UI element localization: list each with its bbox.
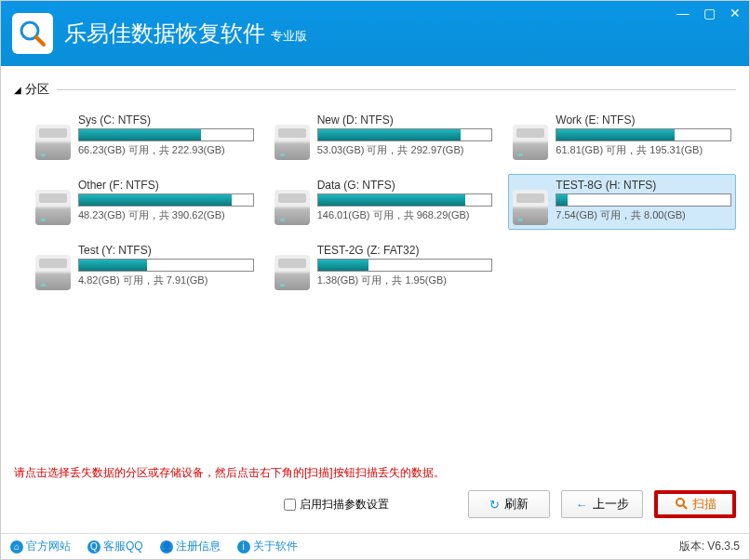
drive-item[interactable]: Other (F: NTFS)48.23(GB) 可用，共 390.62(GB) xyxy=(31,174,259,230)
usage-fill xyxy=(79,129,201,140)
partition-header[interactable]: ◢ 分区 xyxy=(14,77,736,101)
svg-line-1 xyxy=(36,37,44,45)
usage-fill xyxy=(79,194,232,206)
info-icon: i xyxy=(237,540,250,553)
svg-line-3 xyxy=(683,505,687,509)
refresh-button[interactable]: ↻ 刷新 xyxy=(468,490,550,518)
drive-info: Work (E: NTFS)61.81(GB) 可用，共 195.31(GB) xyxy=(556,113,731,160)
arrow-left-icon: ← xyxy=(576,498,588,512)
drive-item[interactable]: TEST-2G (Z: FAT32)1.38(GB) 可用，共 1.95(GB) xyxy=(270,239,498,295)
drive-name: Test (Y: NTFS) xyxy=(78,244,254,257)
drive-icon xyxy=(275,255,310,290)
partition-label: 分区 xyxy=(25,81,49,98)
usage-bar xyxy=(317,128,493,141)
drive-icon xyxy=(275,125,310,160)
qq-label: 客服QQ xyxy=(103,539,143,554)
svg-point-2 xyxy=(676,499,684,506)
drive-info: TEST-2G (Z: FAT32)1.38(GB) 可用，共 1.95(GB) xyxy=(317,244,493,290)
drive-item[interactable]: TEST-8G (H: NTFS)7.54(GB) 可用，共 8.00(GB) xyxy=(508,174,736,230)
close-icon[interactable]: ✕ xyxy=(729,7,742,20)
drive-item[interactable]: Sys (C: NTFS)66.23(GB) 可用，共 222.93(GB) xyxy=(31,109,259,165)
scan-params-checkbox[interactable]: 启用扫描参数设置 xyxy=(284,497,389,513)
main-panel: ◢ 分区 Sys (C: NTFS)66.23(GB) 可用，共 222.93(… xyxy=(1,66,749,533)
drive-stat: 61.81(GB) 可用，共 195.31(GB) xyxy=(556,143,731,157)
scan-params-input[interactable] xyxy=(284,499,296,511)
usage-bar xyxy=(78,259,254,272)
back-label: 上一步 xyxy=(593,496,629,513)
spacer xyxy=(14,295,736,463)
drive-stat: 66.23(GB) 可用，共 222.93(GB) xyxy=(78,143,254,157)
usage-bar xyxy=(78,128,254,141)
usage-fill xyxy=(79,260,147,271)
drive-stat: 7.54(GB) 可用，共 8.00(GB) xyxy=(556,208,731,222)
drive-name: New (D: NTFS) xyxy=(317,113,493,127)
official-site-link[interactable]: ⌂官方网站 xyxy=(10,539,71,554)
refresh-icon: ↻ xyxy=(489,498,500,512)
drive-info: Test (Y: NTFS)4.82(GB) 可用，共 7.91(GB) xyxy=(78,244,254,290)
divider xyxy=(57,89,736,90)
titlebar: 乐易佳数据恢复软件 专业版 — ▢ ✕ xyxy=(1,1,749,66)
usage-fill xyxy=(556,129,675,140)
window-controls: — ▢ ✕ xyxy=(676,7,742,20)
usage-bar xyxy=(317,259,493,272)
drive-name: TEST-2G (Z: FAT32) xyxy=(317,244,493,257)
hint-text: 请点击选择丢失数据的分区或存储设备，然后点击右下角的[扫描]按钮扫描丢失的数据。 xyxy=(14,463,736,490)
about-link[interactable]: i关于软件 xyxy=(237,539,298,554)
scan-label: 扫描 xyxy=(692,496,717,513)
button-row: 启用扫描参数设置 ↻ 刷新 ← 上一步 扫描 xyxy=(14,490,736,527)
drive-name: TEST-8G (H: NTFS) xyxy=(556,179,731,192)
drive-stat: 48.23(GB) 可用，共 390.62(GB) xyxy=(78,208,254,222)
app-subtitle: 专业版 xyxy=(271,28,307,45)
drive-info: Other (F: NTFS)48.23(GB) 可用，共 390.62(GB) xyxy=(78,179,254,225)
drive-item[interactable]: New (D: NTFS)53.03(GB) 可用，共 292.97(GB) xyxy=(270,109,498,165)
drive-name: Work (E: NTFS) xyxy=(556,113,731,127)
version-text: 版本: V6.3.5 xyxy=(679,539,740,554)
usage-bar xyxy=(556,193,731,207)
drive-info: TEST-8G (H: NTFS)7.54(GB) 可用，共 8.00(GB) xyxy=(556,179,731,225)
drive-name: Data (G: NTFS) xyxy=(317,179,493,192)
app-window: 乐易佳数据恢复软件 专业版 — ▢ ✕ ◢ 分区 Sys (C: NTFS)66… xyxy=(0,0,750,560)
drive-stat: 1.38(GB) 可用，共 1.95(GB) xyxy=(317,273,493,287)
app-title: 乐易佳数据恢复软件 xyxy=(64,19,265,48)
drive-icon xyxy=(275,190,310,225)
reg-label: 注册信息 xyxy=(176,539,221,554)
drive-info: Data (G: NTFS)146.01(GB) 可用，共 968.29(GB) xyxy=(317,179,493,225)
maximize-icon[interactable]: ▢ xyxy=(703,7,716,20)
search-icon xyxy=(675,497,688,513)
drive-icon xyxy=(513,190,548,225)
drive-stat: 53.03(GB) 可用，共 292.97(GB) xyxy=(317,143,493,157)
usage-fill xyxy=(318,260,368,271)
drive-icon xyxy=(513,125,548,160)
usage-fill xyxy=(318,129,461,140)
scan-button[interactable]: 扫描 xyxy=(654,490,736,518)
drive-item[interactable]: Data (G: NTFS)146.01(GB) 可用，共 968.29(GB) xyxy=(270,174,498,230)
drive-item[interactable]: Test (Y: NTFS)4.82(GB) 可用，共 7.91(GB) xyxy=(31,239,259,295)
usage-bar xyxy=(317,193,493,207)
chevron-down-icon: ◢ xyxy=(14,85,21,95)
site-label: 官方网站 xyxy=(26,539,71,554)
usage-fill xyxy=(318,194,466,206)
refresh-label: 刷新 xyxy=(504,496,529,513)
app-logo xyxy=(12,13,53,54)
drive-item[interactable]: Work (E: NTFS)61.81(GB) 可用，共 195.31(GB) xyxy=(508,109,736,165)
about-label: 关于软件 xyxy=(253,539,298,554)
usage-bar xyxy=(556,128,731,141)
usage-fill xyxy=(556,194,567,206)
usage-bar xyxy=(78,193,254,207)
home-icon: ⌂ xyxy=(10,540,23,553)
user-icon: 👤 xyxy=(160,540,173,553)
drive-icon xyxy=(35,125,71,160)
scan-params-label: 启用扫描参数设置 xyxy=(300,497,389,513)
back-button[interactable]: ← 上一步 xyxy=(561,490,643,518)
drive-icon xyxy=(35,190,71,225)
drive-name: Sys (C: NTFS) xyxy=(78,113,254,127)
drives-grid: Sys (C: NTFS)66.23(GB) 可用，共 222.93(GB)Ne… xyxy=(14,101,736,295)
status-bar: ⌂官方网站 Q客服QQ 👤注册信息 i关于软件 版本: V6.3.5 xyxy=(1,533,749,559)
register-link[interactable]: 👤注册信息 xyxy=(160,539,221,554)
minimize-icon[interactable]: — xyxy=(676,7,690,20)
chat-icon: Q xyxy=(87,540,100,553)
drive-info: New (D: NTFS)53.03(GB) 可用，共 292.97(GB) xyxy=(317,113,493,160)
drive-name: Other (F: NTFS) xyxy=(78,179,254,192)
drive-info: Sys (C: NTFS)66.23(GB) 可用，共 222.93(GB) xyxy=(78,113,254,160)
qq-link[interactable]: Q客服QQ xyxy=(87,539,143,554)
